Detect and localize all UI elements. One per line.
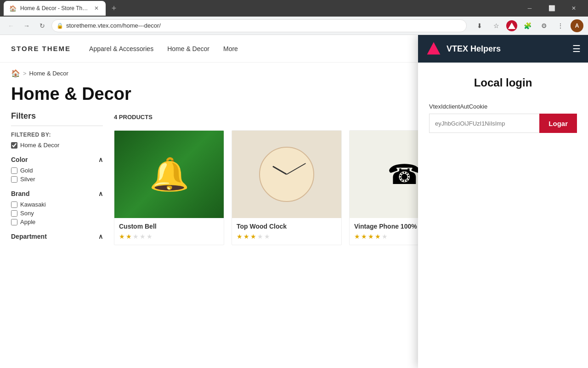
product-image-2 [232,131,341,218]
star-4: ★ [140,233,146,240]
color-filter-section: Color ∧ Gold Silver [11,156,103,183]
active-filter-checkbox[interactable] [11,142,17,149]
color-silver-checkbox[interactable] [11,176,17,183]
count-label: PRODUCTS [119,114,153,121]
filtered-by-label: FILTERED BY: [11,132,103,138]
reload-button[interactable]: ↻ [36,19,49,32]
brand-collapse-icon: ∧ [98,190,103,197]
star-1: ★ [354,233,360,240]
brand-sony-checkbox[interactable] [11,210,17,217]
new-tab-button[interactable]: + [107,2,120,15]
brand-apple-option: Apple [11,218,103,225]
product-rating-2: ★ ★ ★ ★ ★ [237,233,337,240]
color-gold-checkbox[interactable] [11,167,17,174]
filters-sidebar: Filters FILTERED BY: Home & Decor Color … [11,111,103,245]
address-bar[interactable]: 🔒 storetheme.vtex.com/home---decor/ [51,19,467,32]
clock-illustration [259,147,314,202]
breadcrumb-separator: > [23,70,27,77]
brand-section-header[interactable]: Brand ∧ [11,190,103,197]
brand-kawasaki-checkbox[interactable] [11,201,17,208]
star-2: ★ [243,233,249,240]
vtex-field-label: VtexIdclientAutCookie [429,103,577,110]
brand-kawasaki-label: Kawasaki [20,201,46,208]
vtex-menu-button[interactable]: ☰ [572,43,581,54]
department-filter-section: Department ∧ [11,233,103,240]
star-5: ★ [264,233,270,240]
star-1: ★ [119,233,125,240]
brand-filter-section: Brand ∧ Kawasaki Sony Apple [11,190,103,225]
product-card-2[interactable]: Top Wood Clock ★ ★ ★ ★ ★ [232,130,342,245]
brand-apple-checkbox[interactable] [11,219,17,225]
store-logo[interactable]: STORE THEME [11,45,71,52]
active-filter-tag: Home & Decor [11,142,103,149]
vtex-logo-icon [425,40,442,57]
forward-button[interactable]: → [20,19,33,32]
product-info-1: Custom Bell ★ ★ ★ ★ ★ [114,218,224,245]
tab-title: Home & Decor - Store Theme -... [20,5,89,12]
minimize-button[interactable]: ─ [519,1,540,16]
active-filter-label: Home & Decor [20,142,59,149]
product-image-1: 🔔 [114,131,224,218]
extensions-icon[interactable]: ⚙ [537,19,550,32]
vtex-input-row: Logar [429,114,577,133]
star-3: ★ [250,233,256,240]
department-section-label: Department [11,233,47,240]
vtex-extension-icon[interactable] [506,20,517,31]
color-section-header[interactable]: Color ∧ [11,156,103,163]
brand-sony-label: Sony [20,210,34,217]
star-2: ★ [126,233,132,240]
phone-icon: ☎ [387,158,422,190]
vtex-title: VTEX Helpers [447,44,501,54]
star-4: ★ [257,233,263,240]
bell-icon: 🔔 [149,155,189,193]
brand-section-label: Brand [11,190,29,197]
vtex-logar-button[interactable]: Logar [539,114,577,133]
profile-button[interactable]: A [571,19,583,32]
url-text: storetheme.vtex.com/home---decor/ [66,22,462,29]
back-button[interactable]: ← [5,19,17,32]
svg-marker-0 [508,23,515,29]
brand-sony-option: Sony [11,210,103,217]
star-3: ★ [133,233,139,240]
product-name-2: Top Wood Clock [237,223,337,230]
tab-favicon: 🏠 [9,5,17,12]
vtex-content: Local login VtexIdclientAutCookie Logar [418,63,588,368]
color-collapse-icon: ∧ [98,156,103,163]
vtex-panel: VTEX Helpers ☰ Local login VtexIdclientA… [418,35,588,368]
download-icon[interactable]: ⬇ [473,19,486,32]
close-button[interactable]: ✕ [563,1,584,16]
lock-icon: 🔒 [57,23,63,29]
menu-icon[interactable]: ⋮ [554,19,567,32]
active-tab[interactable]: 🏠 Home & Decor - Store Theme -... ✕ [4,1,106,16]
product-info-2: Top Wood Clock ★ ★ ★ ★ ★ [232,218,341,245]
tab-close-button[interactable]: ✕ [93,5,100,12]
maximize-button[interactable]: ⬜ [541,1,562,16]
star-1: ★ [237,233,243,240]
color-gold-option: Gold [11,167,103,174]
vtex-cookie-input[interactable] [429,114,539,133]
products-count: 4 PRODUCTS [114,114,153,121]
clock-hour-hand [272,166,287,175]
breadcrumb-home-icon[interactable]: 🏠 [11,69,20,78]
product-name-1: Custom Bell [119,223,219,230]
bookmark-icon[interactable]: ☆ [490,19,503,32]
color-silver-label: Silver [20,176,35,183]
filters-title: Filters [11,111,103,121]
product-card-1[interactable]: 🔔 Custom Bell ★ ★ ★ ★ ★ [114,130,224,245]
brand-apple-label: Apple [20,218,35,225]
star-3: ★ [368,233,374,240]
clock-minute-hand [287,163,306,175]
nav-home-decor[interactable]: Home & Decor [167,45,209,52]
svg-marker-1 [427,42,441,55]
count-number: 4 [114,114,117,121]
nav-apparel[interactable]: Apparel & Accessories [89,45,153,52]
nav-more[interactable]: More [223,45,238,52]
breadcrumb-current: Home & Decor [29,70,68,77]
brand-kawasaki-option: Kawasaki [11,201,103,208]
puzzle-icon[interactable]: 🧩 [521,19,534,32]
vtex-login-title: Local login [429,76,577,89]
color-gold-label: Gold [20,167,33,174]
color-section-label: Color [11,156,28,163]
department-section-header[interactable]: Department ∧ [11,233,103,240]
product-rating-1: ★ ★ ★ ★ ★ [119,233,219,240]
